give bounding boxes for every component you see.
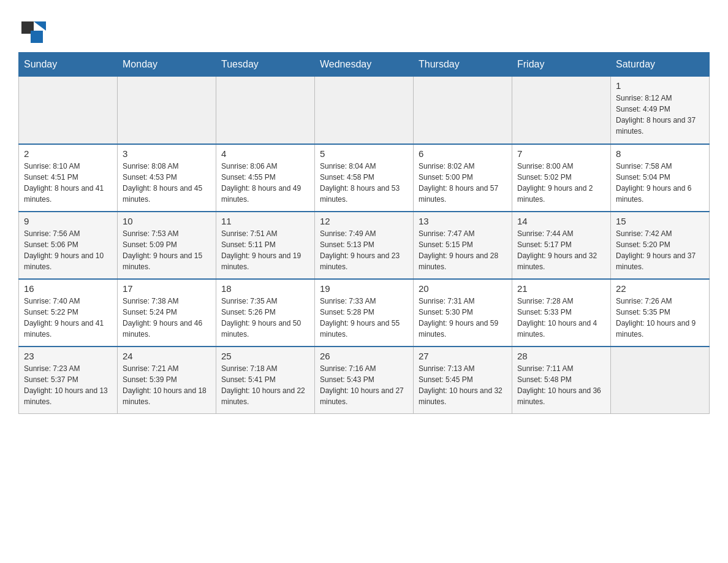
day-number: 27 [419,351,507,361]
calendar-cell: 5Sunrise: 8:04 AMSunset: 4:58 PMDaylight… [315,144,414,212]
calendar-week-row: 2Sunrise: 8:10 AMSunset: 4:51 PMDaylight… [19,144,710,212]
day-number: 20 [419,283,507,294]
calendar-day-header: Monday [118,53,216,77]
day-number: 16 [24,283,112,294]
calendar-week-row: 16Sunrise: 7:40 AMSunset: 5:22 PMDayligh… [19,279,710,347]
day-info: Sunrise: 7:42 AMSunset: 5:20 PMDaylight:… [616,228,704,272]
calendar-cell: 3Sunrise: 8:08 AMSunset: 4:53 PMDaylight… [118,144,216,212]
day-info: Sunrise: 7:56 AMSunset: 5:06 PMDaylight:… [24,228,112,272]
calendar-cell [512,77,611,144]
day-number: 26 [320,351,408,361]
day-info: Sunrise: 7:23 AMSunset: 5:37 PMDaylight:… [24,363,112,407]
day-info: Sunrise: 8:02 AMSunset: 5:00 PMDaylight:… [419,161,507,205]
calendar-day-header: Sunday [19,53,118,77]
calendar-cell: 10Sunrise: 7:53 AMSunset: 5:09 PMDayligh… [118,212,216,279]
day-number: 12 [320,216,408,226]
day-info: Sunrise: 7:51 AMSunset: 5:11 PMDaylight:… [221,228,309,272]
day-number: 9 [24,216,112,226]
calendar-table: SundayMondayTuesdayWednesdayThursdayFrid… [18,52,710,414]
day-number: 19 [320,283,408,294]
day-info: Sunrise: 7:53 AMSunset: 5:09 PMDaylight:… [123,228,211,272]
day-number: 5 [320,148,408,159]
day-info: Sunrise: 7:31 AMSunset: 5:30 PMDaylight:… [419,296,507,340]
day-info: Sunrise: 7:13 AMSunset: 5:45 PMDaylight:… [419,363,507,407]
day-info: Sunrise: 8:12 AMSunset: 4:49 PMDaylight:… [616,93,704,137]
day-info: Sunrise: 7:38 AMSunset: 5:24 PMDaylight:… [123,296,211,340]
day-info: Sunrise: 7:44 AMSunset: 5:17 PMDaylight:… [517,228,605,272]
page-header [18,12,710,46]
day-number: 18 [221,283,309,294]
calendar-cell: 13Sunrise: 7:47 AMSunset: 5:15 PMDayligh… [414,212,512,279]
calendar-cell: 22Sunrise: 7:26 AMSunset: 5:35 PMDayligh… [611,279,710,347]
day-info: Sunrise: 7:26 AMSunset: 5:35 PMDaylight:… [616,296,704,340]
calendar-cell: 11Sunrise: 7:51 AMSunset: 5:11 PMDayligh… [216,212,315,279]
calendar-cell: 2Sunrise: 8:10 AMSunset: 4:51 PMDaylight… [19,144,118,212]
day-number: 2 [24,148,112,159]
calendar-cell: 25Sunrise: 7:18 AMSunset: 5:41 PMDayligh… [216,347,315,414]
calendar-cell [414,77,512,144]
day-info: Sunrise: 7:33 AMSunset: 5:28 PMDaylight:… [320,296,408,340]
svg-marker-2 [34,21,46,31]
calendar-cell: 27Sunrise: 7:13 AMSunset: 5:45 PMDayligh… [414,347,512,414]
day-number: 1 [616,80,704,91]
day-info: Sunrise: 8:06 AMSunset: 4:55 PMDaylight:… [221,161,309,205]
calendar-cell: 1Sunrise: 8:12 AMSunset: 4:49 PMDaylight… [611,77,710,144]
day-info: Sunrise: 8:10 AMSunset: 4:51 PMDaylight:… [24,161,112,205]
day-info: Sunrise: 8:08 AMSunset: 4:53 PMDaylight:… [123,161,211,205]
day-number: 7 [517,148,605,159]
calendar-cell: 15Sunrise: 7:42 AMSunset: 5:20 PMDayligh… [611,212,710,279]
calendar-cell: 20Sunrise: 7:31 AMSunset: 5:30 PMDayligh… [414,279,512,347]
day-number: 23 [24,351,112,361]
calendar-cell: 4Sunrise: 8:06 AMSunset: 4:55 PMDaylight… [216,144,315,212]
calendar-cell: 21Sunrise: 7:28 AMSunset: 5:33 PMDayligh… [512,279,611,347]
calendar-week-row: 23Sunrise: 7:23 AMSunset: 5:37 PMDayligh… [19,347,710,414]
calendar-day-header: Wednesday [315,53,414,77]
calendar-week-row: 9Sunrise: 7:56 AMSunset: 5:06 PMDaylight… [19,212,710,279]
day-number: 22 [616,283,704,294]
calendar-cell: 14Sunrise: 7:44 AMSunset: 5:17 PMDayligh… [512,212,611,279]
day-info: Sunrise: 7:47 AMSunset: 5:15 PMDaylight:… [419,228,507,272]
day-info: Sunrise: 7:11 AMSunset: 5:48 PMDaylight:… [517,363,605,407]
day-info: Sunrise: 8:00 AMSunset: 5:02 PMDaylight:… [517,161,605,205]
logo [18,12,47,46]
day-number: 25 [221,351,309,361]
day-number: 8 [616,148,704,159]
day-number: 28 [517,351,605,361]
calendar-day-header: Tuesday [216,53,315,77]
calendar-cell: 6Sunrise: 8:02 AMSunset: 5:00 PMDaylight… [414,144,512,212]
calendar-header-row: SundayMondayTuesdayWednesdayThursdayFrid… [19,53,710,77]
day-number: 4 [221,148,309,159]
logo-icon [18,18,46,46]
day-info: Sunrise: 7:40 AMSunset: 5:22 PMDaylight:… [24,296,112,340]
calendar-cell: 23Sunrise: 7:23 AMSunset: 5:37 PMDayligh… [19,347,118,414]
calendar-cell [118,77,216,144]
day-info: Sunrise: 7:49 AMSunset: 5:13 PMDaylight:… [320,228,408,272]
calendar-cell [216,77,315,144]
day-number: 15 [616,216,704,226]
calendar-week-row: 1Sunrise: 8:12 AMSunset: 4:49 PMDaylight… [19,77,710,144]
calendar-cell [611,347,710,414]
calendar-cell: 7Sunrise: 8:00 AMSunset: 5:02 PMDaylight… [512,144,611,212]
calendar-cell: 16Sunrise: 7:40 AMSunset: 5:22 PMDayligh… [19,279,118,347]
calendar-cell: 28Sunrise: 7:11 AMSunset: 5:48 PMDayligh… [512,347,611,414]
day-info: Sunrise: 8:04 AMSunset: 4:58 PMDaylight:… [320,161,408,205]
day-number: 10 [123,216,211,226]
day-info: Sunrise: 7:21 AMSunset: 5:39 PMDaylight:… [123,363,211,407]
calendar-cell: 26Sunrise: 7:16 AMSunset: 5:43 PMDayligh… [315,347,414,414]
calendar-cell: 12Sunrise: 7:49 AMSunset: 5:13 PMDayligh… [315,212,414,279]
day-info: Sunrise: 7:28 AMSunset: 5:33 PMDaylight:… [517,296,605,340]
calendar-cell [315,77,414,144]
day-number: 21 [517,283,605,294]
day-number: 11 [221,216,309,226]
calendar-cell [19,77,118,144]
day-info: Sunrise: 7:16 AMSunset: 5:43 PMDaylight:… [320,363,408,407]
svg-rect-1 [31,31,43,43]
calendar-cell: 8Sunrise: 7:58 AMSunset: 5:04 PMDaylight… [611,144,710,212]
day-number: 17 [123,283,211,294]
calendar-day-header: Thursday [414,53,512,77]
calendar-day-header: Saturday [611,53,710,77]
calendar-day-header: Friday [512,53,611,77]
calendar-cell: 19Sunrise: 7:33 AMSunset: 5:28 PMDayligh… [315,279,414,347]
day-number: 6 [419,148,507,159]
calendar-cell: 17Sunrise: 7:38 AMSunset: 5:24 PMDayligh… [118,279,216,347]
